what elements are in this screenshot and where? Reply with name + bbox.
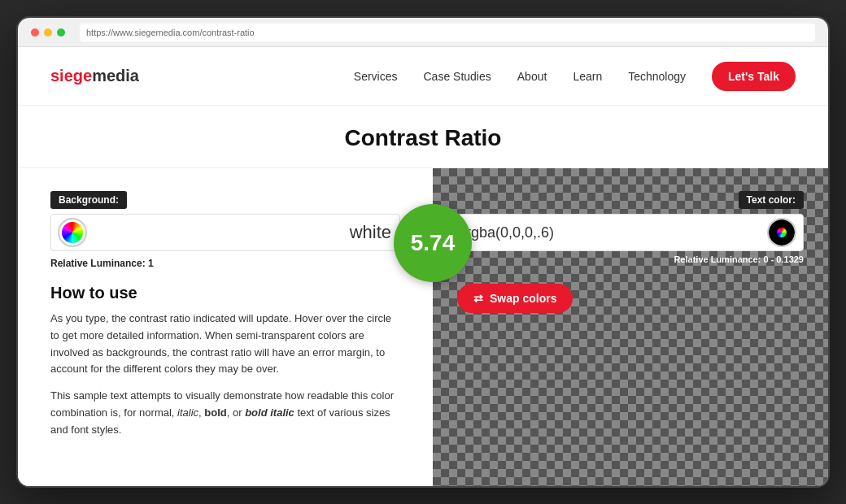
page-content: siegemedia Services Case Studies About L… — [18, 47, 828, 486]
text-color-label: Text color: — [739, 191, 804, 209]
background-input-group: Background: — [50, 191, 400, 251]
text-color-picker[interactable] — [769, 219, 795, 245]
how-to-para2: This sample text attempts to visually de… — [50, 388, 400, 438]
nav-technology[interactable]: Technology — [628, 70, 686, 83]
how-to-title: How to use — [50, 284, 400, 302]
how-to-para1: As you type, the contrast ratio indicate… — [50, 311, 400, 378]
swap-icon: ⇄ — [473, 292, 483, 305]
text-color-input-group: Text color: Relative Luminance: 0 - 0.13… — [457, 191, 804, 264]
contrast-ratio-value: 5.74 — [411, 232, 456, 254]
main-content: Background: Relative Luminance: 1 How to… — [18, 168, 828, 486]
nav-case-studies[interactable]: Case Studies — [424, 70, 491, 83]
swap-colors-button[interactable]: ⇄ Swap colors — [457, 284, 573, 313]
background-luminance: Relative Luminance: 1 — [50, 258, 400, 269]
background-label: Background: — [50, 191, 127, 209]
nav-learn[interactable]: Learn — [573, 70, 602, 83]
close-dot — [31, 28, 39, 37]
site-logo: siegemedia — [50, 67, 139, 85]
text-color-input[interactable] — [466, 224, 761, 241]
page-title-area: Contrast Ratio — [18, 106, 828, 168]
background-color-input[interactable] — [94, 222, 391, 243]
logo-media: media — [92, 67, 139, 85]
nav-services[interactable]: Services — [354, 70, 398, 83]
nav-links: Services Case Studies About Learn Techno… — [354, 69, 686, 84]
text-color-input-row — [457, 214, 804, 251]
lets-talk-button[interactable]: Let's Talk — [712, 62, 796, 91]
right-panel: 5.74 Text color: Relative Luminance: 0 -… — [433, 168, 828, 486]
nav-about[interactable]: About — [517, 70, 547, 83]
maximize-dot — [57, 28, 65, 37]
navigation: siegemedia Services Case Studies About L… — [18, 47, 828, 106]
left-panel: Background: Relative Luminance: 1 How to… — [18, 168, 433, 486]
device-frame: https://www.siegemedia.com/contrast-rati… — [16, 16, 830, 488]
url-bar[interactable]: https://www.siegemedia.com/contrast-rati… — [80, 24, 815, 41]
text-luminance: Relative Luminance: 0 - 0.1329 — [457, 254, 804, 264]
logo-siege: siege — [50, 67, 92, 85]
page-title: Contrast Ratio — [50, 125, 796, 151]
minimize-dot — [44, 28, 52, 37]
background-input-row — [50, 214, 400, 251]
background-color-picker[interactable] — [59, 219, 85, 245]
swap-label: Swap colors — [490, 292, 556, 305]
browser-chrome: https://www.siegemedia.com/contrast-rati… — [18, 18, 828, 47]
contrast-ratio-badge[interactable]: 5.74 — [394, 204, 472, 282]
